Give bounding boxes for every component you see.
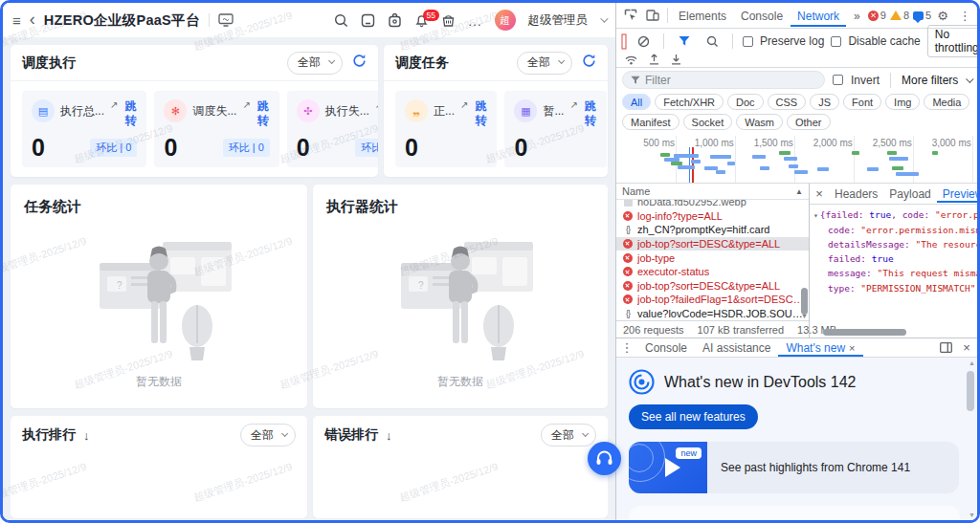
close-drawer-icon[interactable]: ×	[956, 338, 977, 358]
past-highlights-card[interactable]: new See past highlights from Chrome 141	[629, 442, 959, 493]
user-menu-chevron-icon[interactable]	[600, 14, 608, 22]
request-row[interactable]: job-top?failedFlag=1&sort=DESC&typ...	[616, 293, 809, 307]
request-row[interactable]: job-type	[616, 251, 809, 265]
drawer-tab-console[interactable]: Console	[637, 338, 695, 357]
chip-manifest[interactable]: Manifest	[622, 114, 679, 130]
request-row[interactable]: job-top?sort=DESC&type=ALL	[616, 279, 809, 294]
user-avatar[interactable]: 超	[495, 10, 516, 31]
split-panel-icon[interactable]	[935, 338, 956, 358]
hamburger-menu-icon[interactable]: ≡	[12, 13, 21, 28]
drawer-menu-icon[interactable]: ⋮	[616, 338, 637, 358]
name-column-header[interactable]: Name ▲	[616, 184, 809, 200]
notifications-bell-icon[interactable]: 55	[414, 13, 429, 28]
running-icon: ❠	[405, 99, 428, 122]
chip-other[interactable]: Other	[787, 114, 831, 130]
back-chevron-icon[interactable]: ‹	[30, 11, 35, 28]
chip-font[interactable]: Font	[843, 94, 881, 110]
request-row[interactable]: {} value?lovCode=HSDR.JOB.SOURCE.TYPE	[616, 307, 809, 320]
chip-socket[interactable]: Socket	[683, 114, 733, 130]
json-preview[interactable]: ▾{failed: true, code: "error.permission.…	[810, 205, 977, 338]
import-har-icon[interactable]	[649, 52, 659, 69]
tab-payload[interactable]: Payload	[883, 185, 936, 203]
chip-fetch-xhr[interactable]: Fetch/XHR	[655, 94, 724, 110]
tab-headers[interactable]: Headers	[829, 185, 883, 203]
chip-css[interactable]: CSS	[768, 94, 807, 110]
request-row[interactable]: log-info?type=ALL	[616, 209, 809, 224]
json-root-line[interactable]: ▾{failed: true, code: "error.permission.…	[813, 207, 975, 223]
more-actions-icon[interactable]: …	[468, 13, 482, 28]
request-row[interactable]: executor-status	[616, 265, 809, 279]
refresh-icon[interactable]	[352, 54, 367, 72]
error-icon	[868, 11, 879, 21]
inspect-element-icon[interactable]	[620, 6, 641, 25]
preserve-log-checkbox[interactable]	[743, 36, 753, 47]
request-list-scrollbar[interactable]	[801, 288, 808, 315]
scope-select[interactable]: 全部	[287, 52, 343, 75]
basket-icon[interactable]	[441, 13, 456, 28]
svg-text:?: ?	[117, 280, 122, 291]
devtools-menu-icon[interactable]: ⋮	[954, 6, 975, 25]
chip-img[interactable]: Img	[885, 94, 920, 110]
scroll-down-icon[interactable]: ▼	[801, 313, 808, 319]
stat-paused-tasks: ▦ 暂... ↗ 跳转 0	[504, 91, 606, 167]
drawer-scrollbar[interactable]: ▲ ▼	[967, 361, 975, 516]
preview-hscrollbar[interactable]	[819, 329, 968, 336]
sort-down-icon[interactable]: ↓	[386, 428, 392, 443]
search-network-icon[interactable]	[702, 32, 723, 51]
request-row-selected[interactable]: job-top?sort=DESC&type=ALL	[616, 237, 809, 251]
close-tab-icon[interactable]: ×	[849, 342, 855, 354]
drawer-tab-ai-assistance[interactable]: AI assistance	[695, 338, 778, 357]
jump-link[interactable]: 跳转	[123, 99, 137, 128]
network-overview-timeline[interactable]: 500 ms 1,000 ms 1,500 ms 2,000 ms 2,500 …	[616, 136, 977, 184]
tab-elements[interactable]: Elements	[672, 5, 733, 27]
jump-link[interactable]: 跳转	[256, 99, 270, 128]
scope-select[interactable]: 全部	[517, 52, 572, 75]
chip-doc[interactable]: Doc	[727, 94, 764, 110]
issues-count[interactable]: 5	[913, 10, 931, 21]
tab-network[interactable]: Network	[791, 5, 846, 27]
scope-select[interactable]: 全部	[240, 424, 296, 447]
refresh-icon[interactable]	[582, 54, 596, 72]
drawer-tab-whats-new[interactable]: What's new×	[778, 338, 862, 357]
more-tabs-icon[interactable]: »	[847, 5, 867, 27]
scroll-up-icon[interactable]: ▲	[969, 360, 975, 366]
chip-media[interactable]: Media	[924, 94, 969, 110]
clear-network-log-icon[interactable]	[633, 32, 654, 51]
settings-gear-icon[interactable]: ⚙	[932, 6, 953, 25]
chip-wasm[interactable]: Wasm	[736, 114, 783, 130]
scroll-down-icon[interactable]: ▼	[969, 512, 975, 518]
workbench-icon[interactable]	[361, 13, 375, 28]
request-row[interactable]: noData.fd502952.webp	[616, 200, 809, 209]
more-filters-label[interactable]: More filters	[902, 74, 958, 87]
warning-count[interactable]: 8	[890, 10, 909, 21]
tab-preview[interactable]: Preview	[937, 185, 980, 203]
close-devtools-icon[interactable]: ×	[976, 6, 980, 25]
see-all-features-button[interactable]: See all new features	[629, 404, 758, 429]
chip-all[interactable]: All	[622, 94, 651, 110]
throttling-select[interactable]: No throttling	[927, 25, 980, 57]
jump-link[interactable]: 跳转	[474, 99, 487, 128]
error-count[interactable]: 9	[868, 10, 886, 21]
request-row[interactable]: {} zh_CN?promptKey=hitf.card	[616, 223, 809, 237]
network-conditions-icon[interactable]	[625, 52, 637, 69]
disable-cache-checkbox[interactable]	[831, 36, 841, 47]
export-har-icon[interactable]	[671, 52, 681, 69]
feature-article-link[interactable]: Full stack trace AI agent in Performance…	[642, 519, 915, 520]
filter-input[interactable]	[645, 74, 798, 87]
close-detail-icon[interactable]: ×	[810, 185, 829, 204]
backpack-icon[interactable]	[388, 13, 402, 28]
sort-down-icon[interactable]: ↓	[83, 428, 90, 443]
tab-console[interactable]: Console	[734, 5, 790, 27]
scope-select[interactable]: 全部	[541, 424, 596, 447]
device-toolbar-icon[interactable]	[642, 6, 663, 25]
filter-funnel-icon[interactable]	[674, 32, 695, 51]
assistant-float-button[interactable]	[588, 442, 621, 475]
drawer-scroll-thumb[interactable]	[967, 371, 974, 411]
header-actions: 55 … 超 超级管理员	[334, 10, 607, 31]
search-icon[interactable]	[334, 13, 348, 28]
expander-icon[interactable]: ▾	[813, 211, 818, 220]
chip-js[interactable]: JS	[810, 94, 839, 110]
invert-checkbox[interactable]	[833, 75, 843, 85]
monitor-icon[interactable]	[218, 13, 234, 27]
jump-link[interactable]: 跳转	[584, 99, 597, 128]
